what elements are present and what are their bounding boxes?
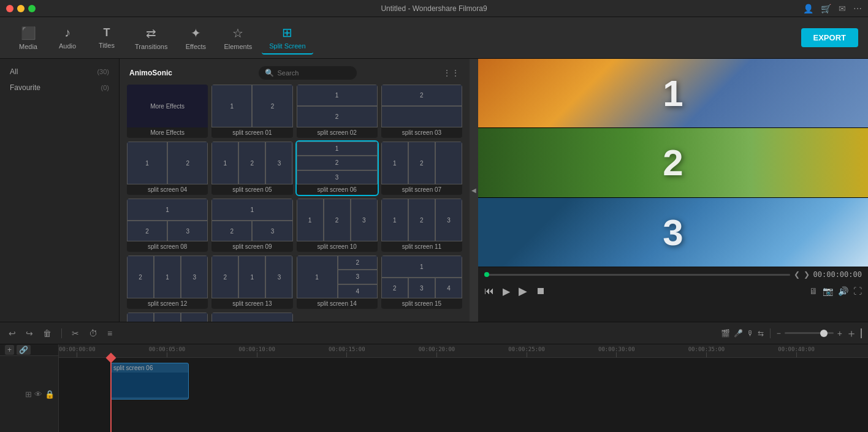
account-icon[interactable]: 👤	[803, 4, 813, 13]
layers-button[interactable]: ≡	[105, 327, 115, 339]
split-next-item2[interactable]: 1	[211, 313, 292, 322]
split-09-item[interactable]: 1 2 3 split screen 09	[211, 199, 292, 252]
split-next-item[interactable]: 2 3 4	[127, 313, 208, 322]
toolbar-audio[interactable]: ♪ Audio	[49, 22, 86, 53]
sidebar-item-favourite[interactable]: Favourite (0)	[0, 80, 119, 96]
split-06-item[interactable]: 1 2 3 split screen 06	[297, 142, 378, 195]
audio-track-icon[interactable]: 🎤	[734, 329, 743, 338]
mic-icon[interactable]: 🎙	[747, 329, 754, 338]
search-box[interactable]: 🔍	[259, 66, 357, 80]
volume-icon[interactable]: 🔊	[838, 286, 848, 296]
split-14-preview: 1 2 3 4	[297, 256, 378, 298]
preview-section-1: 1	[478, 59, 868, 127]
grid-toggle-icon[interactable]: ⋮⋮	[443, 68, 460, 78]
play-button[interactable]: ▶	[503, 286, 510, 297]
sidebar-item-all[interactable]: All (30)	[0, 64, 119, 80]
ruler-mark: 00:00:05:00	[149, 346, 186, 357]
split-05-item[interactable]: 1 2 3 split screen 05	[211, 142, 292, 195]
undo-button[interactable]: ↩	[6, 327, 18, 339]
grid-row-4: 2 1 3 split screen 12 2 1 3 split screen…	[124, 256, 465, 309]
split-10-item[interactable]: 1 2 3 split screen 10	[297, 199, 378, 252]
settings-icon[interactable]: ⋯	[853, 4, 862, 13]
split-12-preview: 2 1 3	[127, 256, 208, 298]
track-clip-split06[interactable]: split screen 06	[110, 363, 189, 400]
collapse-panel-button[interactable]: ◀	[470, 59, 478, 322]
playback-controls: ⏮ ▶ ▶ ⏹ 🖥 📷 🔊 ⛶	[478, 282, 868, 300]
titlebar-right-icons: 👤 🛒 ✉ ⋯	[803, 4, 862, 13]
split-15-label: split screen 15	[381, 298, 462, 309]
transitions-label: Transitions	[135, 43, 167, 50]
split-02-item[interactable]: 1 2 split screen 02	[297, 85, 378, 138]
preview-section-3: 3	[478, 198, 868, 267]
split-11-preview: 1 2 3	[381, 199, 462, 241]
split-08-preview: 1 2 3	[127, 199, 208, 241]
split-04-item[interactable]: 1 2 split screen 04	[127, 142, 208, 195]
progress-track[interactable]	[484, 274, 790, 276]
mail-icon[interactable]: ✉	[839, 4, 846, 13]
more-effects-item[interactable]: More Effects More Effects	[127, 85, 208, 138]
split-01-item[interactable]: 1 2 split screen 01	[211, 85, 292, 138]
sidebar-fav-label: Favourite	[10, 83, 40, 92]
step-back-button[interactable]: ⏮	[484, 286, 494, 297]
toolbar-transitions[interactable]: ⇄ Transitions	[128, 22, 175, 54]
audio-icon: ♪	[64, 26, 70, 40]
media-label: Media	[19, 43, 37, 50]
zoom-slider[interactable]	[785, 332, 834, 334]
progress-bar[interactable]: ❮ ❯ 00:00:00:00	[478, 267, 868, 282]
split-07-item[interactable]: 1 2 split screen 07	[381, 142, 462, 195]
split-14-item[interactable]: 1 2 3 4 split screen 14	[297, 256, 378, 309]
toolbar-titles[interactable]: T Titles	[88, 23, 125, 53]
cut-button[interactable]: ✂	[69, 327, 82, 339]
split-04-label: split screen 04	[127, 184, 208, 195]
split-10-preview: 1 2 3	[297, 199, 378, 241]
link-track-button[interactable]: 🔗	[17, 345, 31, 355]
sidebar: All (30) Favourite (0)	[0, 59, 120, 322]
video-track-icon[interactable]: 🎬	[721, 329, 730, 338]
split-05-label: split screen 05	[211, 184, 292, 195]
toolbar-split-screen[interactable]: ⊞ Split Screen	[262, 21, 313, 55]
search-input[interactable]	[278, 69, 351, 77]
transition-track-icon[interactable]: ⇆	[758, 329, 764, 338]
split-11-item[interactable]: 1 2 3 split screen 11	[381, 199, 462, 252]
preview-section-2: 2	[478, 128, 868, 197]
toolbar-effects[interactable]: ✦ Effects	[177, 22, 214, 54]
grid-row-1: More Effects More Effects 1 2 split scre…	[124, 85, 465, 138]
stop-button[interactable]: ⏹	[536, 286, 546, 297]
sp03-cell1: 2	[381, 85, 462, 106]
cart-icon[interactable]: 🛒	[821, 4, 831, 13]
snapshot-icon[interactable]: 📷	[823, 286, 833, 296]
split-15-item[interactable]: 1 2 3 4 split screen 15	[381, 256, 462, 309]
toolbar-media[interactable]: ⬛ Media	[10, 22, 47, 54]
delete-button[interactable]: 🗑	[40, 327, 54, 339]
split-12-item[interactable]: 2 1 3 split screen 12	[127, 256, 208, 309]
screen-icon[interactable]: 🖥	[809, 286, 818, 296]
toolbar-separator-2	[770, 328, 771, 338]
lock-icon[interactable]: 🔒	[45, 390, 55, 399]
preview-number-3: 3	[663, 211, 683, 253]
ruler-mark: 00:00:00:00	[59, 346, 96, 357]
grid-view-icon[interactable]: ⊞	[25, 390, 32, 399]
split-08-item[interactable]: 1 2 3 split screen 08	[127, 199, 208, 252]
toolbar-separator-1	[61, 328, 62, 338]
more-effects-text: More Effects	[148, 100, 187, 112]
timer-button[interactable]: ⏱	[86, 327, 100, 339]
zoom-out-icon[interactable]: −	[777, 329, 781, 338]
minimize-button[interactable]	[17, 5, 25, 12]
split-12-label: split screen 12	[127, 298, 208, 309]
toolbar-elements[interactable]: ☆ Elements	[216, 22, 259, 54]
add-to-track-button[interactable]: +	[5, 345, 14, 355]
fullscreen-icon[interactable]: ⛶	[853, 286, 862, 296]
split-03-item[interactable]: 2 split screen 03	[381, 85, 462, 138]
play-forward-button[interactable]: ▶	[519, 284, 527, 298]
preview-video: 1 2 3	[478, 59, 868, 267]
maximize-button[interactable]	[28, 5, 36, 12]
close-button[interactable]	[6, 5, 13, 12]
redo-button[interactable]: ↪	[23, 327, 36, 339]
grid-row-5: 2 3 4 1	[124, 313, 465, 322]
zoom-in-icon[interactable]: +	[837, 328, 842, 338]
search-icon: 🔍	[265, 69, 274, 77]
export-button[interactable]: EXPORT	[801, 28, 858, 47]
split-13-item[interactable]: 2 1 3 split screen 13	[211, 256, 292, 309]
add-track-button[interactable]: ＋	[846, 326, 857, 341]
eye-icon[interactable]: 👁	[34, 390, 42, 399]
